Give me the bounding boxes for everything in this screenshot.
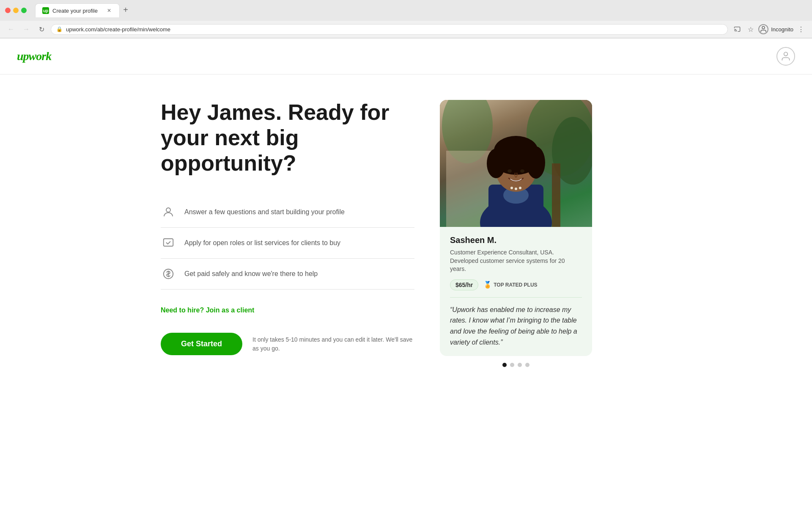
svg-point-24 <box>520 169 524 173</box>
feature-item-roles: Apply for open roles or list services fo… <box>161 228 414 259</box>
maximize-window-button[interactable] <box>21 8 27 13</box>
active-tab[interactable]: up Create your profile ✕ <box>35 3 120 17</box>
carousel-dot-4[interactable] <box>525 363 529 367</box>
cta-description: It only takes 5-10 minutes and you can e… <box>252 335 414 353</box>
forward-button[interactable]: → <box>20 23 32 35</box>
testimonial-badges: $65/hr 🏅 TOP RATED PLUS <box>450 279 582 290</box>
carousel-dot-2[interactable] <box>510 363 514 367</box>
browser-chrome: up Create your profile ✕ + ← → ↻ 🔒 upwor… <box>0 0 812 39</box>
main-content: Hey James. Ready for your next big oppor… <box>110 75 702 403</box>
svg-point-23 <box>508 169 512 173</box>
svg-point-22 <box>518 140 535 164</box>
profile-area[interactable]: Incognito <box>758 24 793 34</box>
page-wrapper: upwork Hey James. Ready for your next bi… <box>0 39 812 508</box>
svg-point-21 <box>498 142 513 163</box>
back-button[interactable]: ← <box>5 23 17 35</box>
person-svg <box>440 100 592 227</box>
svg-point-2 <box>784 52 788 56</box>
testimonial-quote: “Upwork has enabled me to increase my ra… <box>450 304 582 348</box>
get-started-button[interactable]: Get Started <box>161 333 242 355</box>
site-header: upwork <box>0 39 812 75</box>
address-bar[interactable]: 🔒 upwork.com/ab/create-profile/min/welco… <box>51 24 728 35</box>
svg-point-1 <box>762 26 765 29</box>
browser-toolbar: ← → ↻ 🔒 upwork.com/ab/create-profile/min… <box>0 21 812 38</box>
testimonial-name: Sasheen M. <box>450 235 582 245</box>
feature-item-payment: Get paid safely and know we're there to … <box>161 259 414 290</box>
minimize-window-button[interactable] <box>13 8 19 13</box>
testimonial-card: Sasheen M. Customer Experience Consultan… <box>440 100 592 356</box>
feature-text-profile: Answer a few questions and start buildin… <box>184 208 345 216</box>
right-panel: Sasheen M. Customer Experience Consultan… <box>440 100 592 377</box>
dollar-circle-icon <box>161 266 176 282</box>
feature-item-profile: Answer a few questions and start buildin… <box>161 197 414 228</box>
testimonial-photo <box>440 100 592 227</box>
cta-area: Get Started It only takes 5-10 minutes a… <box>161 333 414 355</box>
reload-button[interactable]: ↻ <box>36 23 47 35</box>
join-client-link[interactable]: Need to hire? Join as a client <box>161 306 254 314</box>
person-icon <box>161 204 176 220</box>
svg-point-26 <box>515 188 517 190</box>
testimonial-role: Customer Experience Consultant, USA. Dev… <box>450 248 582 273</box>
new-tab-button[interactable]: + <box>120 4 132 16</box>
testimonial-divider <box>450 297 582 298</box>
tab-bar: up Create your profile ✕ + <box>30 3 137 17</box>
upwork-logo: upwork <box>17 50 51 63</box>
feature-text-payment: Get paid safely and know we're there to … <box>184 270 318 278</box>
testimonial-info: Sasheen M. Customer Experience Consultan… <box>440 227 592 356</box>
toolbar-actions: ☆ Incognito ⋮ <box>731 23 807 35</box>
features-list: Answer a few questions and start buildin… <box>161 197 414 290</box>
top-rated-label: TOP RATED PLUS <box>494 282 537 288</box>
tab-close-button[interactable]: ✕ <box>106 7 112 14</box>
tab-title: Create your profile <box>52 8 98 14</box>
more-options-icon[interactable]: ⋮ <box>795 23 807 35</box>
bookmark-icon[interactable]: ☆ <box>745 23 757 35</box>
checkmark-shield-icon <box>161 235 176 251</box>
svg-point-27 <box>519 187 521 189</box>
svg-point-25 <box>510 187 513 189</box>
browser-title-bar: up Create your profile ✕ + <box>0 0 812 21</box>
hero-headline: Hey James. Ready for your next big oppor… <box>161 100 414 176</box>
svg-rect-10 <box>552 163 560 227</box>
close-window-button[interactable] <box>5 8 11 13</box>
tab-favicon: up <box>42 7 49 14</box>
window-controls <box>5 8 27 13</box>
feature-text-roles: Apply for open roles or list services fo… <box>184 239 340 247</box>
user-profile-icon[interactable] <box>776 47 795 66</box>
lock-icon: 🔒 <box>56 26 63 32</box>
svg-rect-4 <box>164 239 173 246</box>
top-rated-badge: 🏅 TOP RATED PLUS <box>483 281 537 289</box>
browser-profile-icon <box>758 24 768 34</box>
top-rated-icon: 🏅 <box>483 281 492 289</box>
incognito-label: Incognito <box>771 26 793 33</box>
carousel-dot-3[interactable] <box>518 363 522 367</box>
carousel-dot-1[interactable] <box>502 363 507 367</box>
left-panel: Hey James. Ready for your next big oppor… <box>161 100 414 377</box>
rate-badge: $65/hr <box>450 279 478 290</box>
cast-icon[interactable] <box>731 23 743 35</box>
svg-point-3 <box>166 208 170 212</box>
address-text: upwork.com/ab/create-profile/min/welcome <box>66 26 170 33</box>
carousel-dots <box>440 356 592 377</box>
